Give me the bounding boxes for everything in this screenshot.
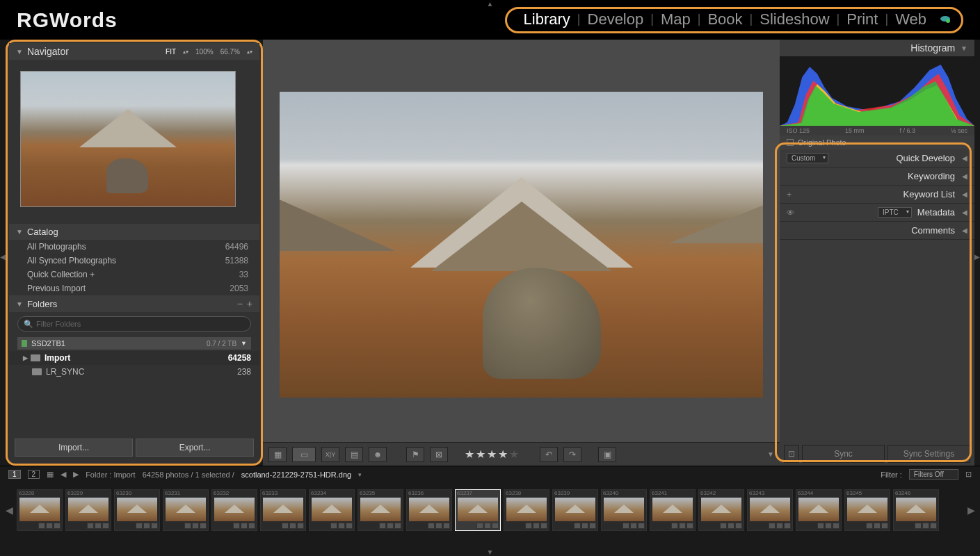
catalog-header[interactable]: ▼ Catalog <box>9 224 259 240</box>
folder-item[interactable]: ▶Import64258 <box>9 351 259 365</box>
filmstrip-thumbnail[interactable]: 63234 <box>309 489 355 531</box>
filmstrip-thumbnail[interactable]: 63246 <box>893 489 939 531</box>
quick-develop-preset[interactable]: Custom <box>787 153 828 163</box>
folders-header[interactable]: ▼ Folders − + <box>9 295 259 312</box>
badge-icon <box>540 523 547 529</box>
export-button[interactable]: Export... <box>136 439 254 457</box>
grid-shortcut-icon[interactable]: ▦ <box>47 470 54 479</box>
filmstrip-thumbnail[interactable]: 63237★★★★ <box>455 489 501 531</box>
flag-reject-button[interactable]: ⊠ <box>430 447 448 462</box>
keywording-header[interactable]: Keywording ◀ <box>780 167 974 186</box>
sync-button[interactable]: Sync <box>802 445 885 463</box>
catalog-item[interactable]: All Synced Photographs51388 <box>9 254 259 268</box>
filmstrip-thumbnail[interactable]: 63229 <box>65 489 111 531</box>
filmstrip-thumbnail[interactable]: 63240 <box>601 489 647 531</box>
add-keyword-icon[interactable]: + <box>787 190 792 199</box>
metadata-eye-icon[interactable]: 👁 <box>787 208 794 217</box>
right-panel-toggle[interactable]: ▶ <box>974 253 980 261</box>
zoom-custom[interactable]: 66.7% <box>220 48 240 56</box>
grid-view-button[interactable]: ▦ <box>268 447 287 462</box>
module-map[interactable]: Map <box>654 10 698 28</box>
catalog-item[interactable]: Quick Collection +33 <box>9 268 259 281</box>
collapse-triangle-icon: ◀ <box>962 227 967 234</box>
filmstrip-thumbnail[interactable]: 63230 <box>114 489 160 531</box>
navigator-header[interactable]: ▼ Navigator FIT▴▾ 100% 66.7%▴▾ <box>9 43 259 60</box>
rating-stars[interactable]: ★★★★★ <box>465 448 520 461</box>
thumb-index: 63237 <box>457 490 472 496</box>
histogram-display[interactable] <box>780 56 974 126</box>
sync-settings-button[interactable]: Sync Settings <box>887 445 970 463</box>
module-book[interactable]: Book <box>700 10 749 28</box>
metadata-header[interactable]: 👁 IPTC Metadata ◀ <box>780 204 974 222</box>
filmstrip-thumbnail[interactable]: 63233 <box>260 489 306 531</box>
people-view-button[interactable]: ☻ <box>369 447 387 462</box>
original-checkbox[interactable] <box>787 139 794 146</box>
bottom-expand-arrow[interactable]: ▼ <box>487 548 494 556</box>
go-back-icon[interactable]: ◀ <box>61 470 66 479</box>
badge-icon <box>784 523 791 529</box>
monitor-1-button[interactable]: 1 <box>8 470 21 479</box>
drive-row[interactable]: SSD2TB1 0.7 / 2 TB ▼ <box>17 337 251 350</box>
histogram-header[interactable]: Histogram ▼ <box>780 40 974 56</box>
filmstrip-thumbnail[interactable]: 63232 <box>211 489 257 531</box>
collapse-triangle-icon: ◀ <box>962 154 967 162</box>
catalog-item[interactable]: All Photographs64496 <box>9 240 259 254</box>
remove-folder-icon[interactable]: − <box>237 298 243 309</box>
module-print[interactable]: Print <box>840 10 885 28</box>
filmstrip-thumbnail[interactable]: 63244 <box>796 489 842 531</box>
filmstrip-thumbnail[interactable]: 63235 <box>358 489 403 531</box>
metadata-preset[interactable]: IPTC <box>878 207 912 218</box>
filter-select[interactable]: Filters Off <box>909 469 958 480</box>
quick-develop-header[interactable]: Custom Quick Develop ◀ <box>780 149 974 167</box>
go-forward-icon[interactable]: ▶ <box>73 470 79 479</box>
rotate-ccw-button[interactable]: ↶ <box>540 447 558 462</box>
top-expand-arrow[interactable]: ▲ <box>487 0 494 8</box>
breadcrumb-menu-icon[interactable]: ▾ <box>358 471 362 478</box>
module-slideshow[interactable]: Slideshow <box>753 10 836 28</box>
drive-menu-icon[interactable]: ▼ <box>241 340 247 347</box>
survey-view-button[interactable]: ▤ <box>345 447 363 462</box>
breadcrumb-source[interactable]: Folder : Import <box>86 471 136 479</box>
toolbar-menu[interactable]: ▼ <box>767 450 774 458</box>
filter-lock-icon[interactable]: ⊡ <box>965 470 972 479</box>
flag-pick-button[interactable]: ⚑ <box>406 447 424 462</box>
folder-expand-icon[interactable]: ▶ <box>23 354 28 361</box>
comments-header[interactable]: Comments ◀ <box>780 222 974 240</box>
module-develop[interactable]: Develop <box>581 10 651 28</box>
breadcrumb-filename[interactable]: scotland-221229-2751-HDR.dng <box>241 471 351 479</box>
thumb-index: 63230 <box>116 490 131 496</box>
rotate-cw-button[interactable]: ↷ <box>563 447 581 462</box>
navigator-thumbnail[interactable] <box>20 71 236 207</box>
loupe-viewer[interactable] <box>263 40 780 442</box>
left-panel-toggle[interactable]: ◀ <box>0 253 6 261</box>
filmstrip-thumbnail[interactable]: 63243 <box>747 489 793 531</box>
add-folder-icon[interactable]: + <box>247 298 252 309</box>
filmstrip-thumbnail[interactable]: 63238 <box>504 489 549 531</box>
filmstrip-thumbnail[interactable]: 63245 <box>844 489 890 531</box>
compare-view-button[interactable]: X|Y <box>321 447 339 462</box>
face-region-button[interactable]: ▣ <box>598 447 616 462</box>
filmstrip-thumbnail[interactable]: 63242 <box>698 489 744 531</box>
monitor-2-button[interactable]: 2 <box>28 470 40 479</box>
loupe-view-button[interactable]: ▭ <box>292 447 316 462</box>
catalog-item[interactable]: Previous Import2053 <box>9 281 259 295</box>
module-web[interactable]: Web <box>888 10 933 28</box>
folder-item[interactable]: LR_SYNC238 <box>9 365 259 379</box>
original-photo-row[interactable]: Original Photo <box>780 136 974 149</box>
zoom-fit[interactable]: FIT <box>166 48 176 56</box>
folder-filter-input[interactable]: 🔍 Filter Folders <box>17 316 251 332</box>
filmstrip-scroll-left[interactable]: ◀ <box>4 505 14 516</box>
module-library[interactable]: Library <box>517 10 577 28</box>
import-button[interactable]: Import... <box>15 439 133 457</box>
filmstrip-thumbnail[interactable]: 63236 <box>406 489 452 531</box>
filmstrip-thumbnail[interactable]: 63239 <box>552 489 598 531</box>
filmstrip-thumbnail[interactable]: 63241 <box>650 489 696 531</box>
zoom-100[interactable]: 100% <box>195 48 214 56</box>
keyword-list-header[interactable]: + Keyword List ◀ <box>780 186 974 204</box>
cloud-sync-icon[interactable] <box>939 13 951 25</box>
breadcrumb-stats: 64258 photos / 1 selected / <box>143 471 234 479</box>
filmstrip-thumbnail[interactable]: 63228 <box>17 489 63 531</box>
filmstrip-scroll-right[interactable]: ▶ <box>966 505 976 516</box>
sync-lock-button[interactable]: ⊡ <box>784 445 799 463</box>
filmstrip-thumbnail[interactable]: 63231 <box>163 489 209 531</box>
